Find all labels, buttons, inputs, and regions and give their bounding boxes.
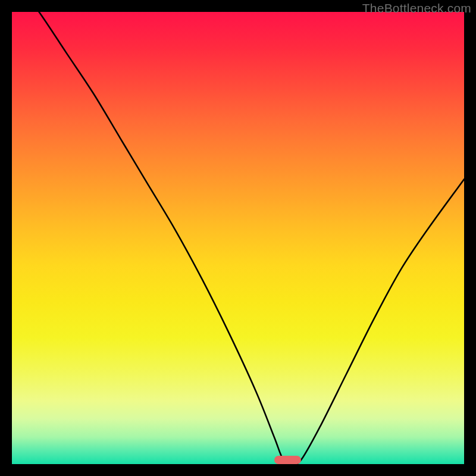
bottleneck-curve xyxy=(12,12,464,464)
chart-container: TheBottleneck.com xyxy=(0,0,476,476)
curve-svg xyxy=(12,12,464,464)
optimal-marker xyxy=(274,456,302,464)
watermark-text: TheBottleneck.com xyxy=(362,1,471,15)
plot-area xyxy=(12,12,464,464)
